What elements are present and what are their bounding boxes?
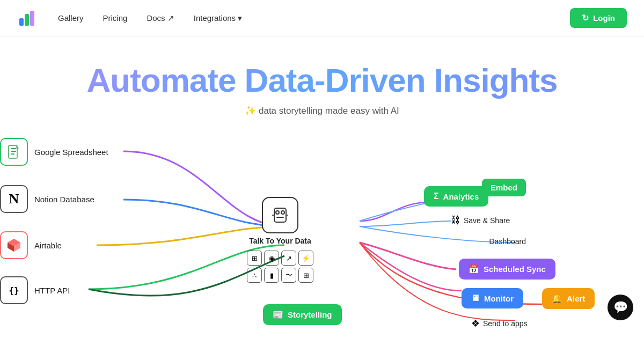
- chart-icon-table: ⊞: [247, 251, 262, 266]
- calendar-icon: 📅: [469, 264, 479, 274]
- chart-icon-candle: ⚡: [298, 251, 313, 266]
- svg-rect-2: [30, 11, 34, 26]
- analytics-icon: Σ: [434, 192, 439, 201]
- svg-rect-6: [11, 153, 14, 155]
- chat-bubble-button[interactable]: 💬: [608, 295, 633, 320]
- airtable-label: Airtable: [34, 241, 62, 250]
- hero-section: Automate Data-Driven Insights ✨ data sto…: [0, 36, 644, 127]
- save-share-label: ⛓ Save & Share: [451, 215, 510, 226]
- logo[interactable]: [17, 9, 36, 28]
- center-node: Talk To Your Data ⊞ ◉ ↗ ⚡ ∴ ▮ 〜 ⊞: [247, 197, 313, 283]
- svg-rect-4: [11, 148, 16, 149]
- bell-icon: 🔔: [552, 293, 562, 304]
- link-icon: ⛓: [451, 215, 460, 226]
- alert-pill[interactable]: 🔔 Alert: [542, 288, 595, 309]
- dashboard-label: Dashboard: [489, 237, 526, 246]
- chart-icon-area: 〜: [281, 268, 296, 283]
- center-label: Talk To Your Data: [249, 237, 311, 245]
- notion-database-label: Notion Database: [34, 195, 94, 204]
- source-notion-database[interactable]: N Notion Database: [0, 185, 94, 213]
- svg-point-12: [276, 211, 279, 214]
- login-icon: ↻: [582, 13, 589, 23]
- chart-icon-scatter: ∴: [247, 268, 262, 283]
- chart-icons-grid: ⊞ ◉ ↗ ⚡ ∴ ▮ 〜 ⊞: [247, 251, 313, 283]
- nav-gallery[interactable]: Gallery: [58, 13, 84, 23]
- diagram-section: Google Spreadsheet N Notion Database Air…: [0, 127, 644, 326]
- chart-icon-line: ↗: [281, 251, 296, 266]
- svg-rect-5: [11, 151, 16, 152]
- http-api-label: HTTP API: [34, 286, 70, 295]
- storytelling-pill[interactable]: 📰 Storytelling: [263, 304, 342, 325]
- apps-icon: ❖: [471, 318, 480, 329]
- hero-subtitle: ✨ data storytelling made easy with AI: [0, 105, 644, 116]
- login-button[interactable]: ↻ Login: [570, 8, 627, 28]
- source-http-api[interactable]: {} HTTP API: [0, 276, 70, 304]
- nav-integrations[interactable]: Integrations ▾: [194, 13, 243, 23]
- main-nav: Gallery Pricing Docs ↗ Integrations ▾: [58, 13, 570, 23]
- notion-database-icon: N: [0, 185, 28, 213]
- source-google-spreadsheet[interactable]: Google Spreadsheet: [0, 138, 108, 166]
- google-spreadsheet-icon: [0, 138, 28, 166]
- chart-icon-pie: ◉: [264, 251, 279, 266]
- svg-point-13: [281, 211, 284, 214]
- svg-rect-14: [276, 217, 284, 218]
- chart-icon-map: ⊞: [298, 268, 313, 283]
- analytics-pill[interactable]: Σ Analytics: [424, 186, 488, 207]
- google-spreadsheet-label: Google Spreadsheet: [34, 148, 108, 157]
- storytelling-icon: 📰: [273, 310, 283, 320]
- scheduled-sync-pill[interactable]: 📅 Scheduled Sync: [459, 259, 555, 280]
- nav-pricing[interactable]: Pricing: [103, 13, 128, 23]
- svg-rect-11: [274, 208, 286, 222]
- source-airtable[interactable]: Airtable: [0, 231, 62, 259]
- center-icon: [262, 197, 298, 233]
- monitor-icon: 🖥: [471, 293, 480, 303]
- chat-icon: 💬: [613, 300, 628, 314]
- embed-tag[interactable]: Embed: [482, 179, 526, 196]
- airtable-icon: [0, 231, 28, 259]
- send-to-apps-label: ❖ Send to apps: [471, 318, 528, 329]
- svg-rect-0: [19, 18, 24, 26]
- chart-icon-bar: ▮: [264, 268, 279, 283]
- hero-title: Automate Data-Driven Insights: [0, 62, 644, 99]
- monitor-pill[interactable]: 🖥 Monitor: [462, 288, 523, 308]
- nav-docs[interactable]: Docs ↗: [147, 13, 174, 23]
- svg-rect-1: [25, 14, 29, 26]
- http-api-icon: {}: [0, 276, 28, 304]
